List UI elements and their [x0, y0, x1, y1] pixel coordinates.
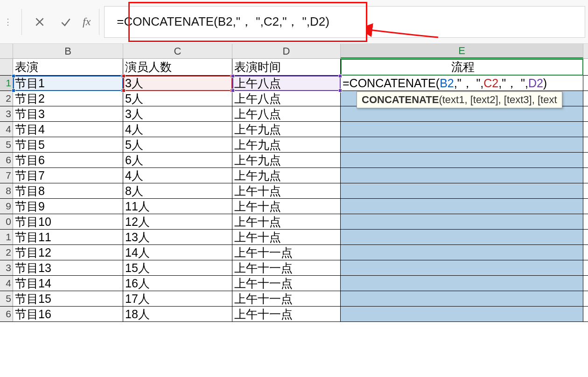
cell[interactable]: 上午九点 [232, 137, 341, 152]
formula-input[interactable]: =CONCATENATE(B2,"， ",C2,"， ",D2) [104, 6, 585, 38]
cell[interactable] [341, 260, 583, 275]
table-row: 3节目1315人上午十一点 [0, 260, 588, 276]
row-header[interactable] [0, 59, 13, 75]
cell[interactable]: 上午八点 [232, 76, 341, 91]
row-header[interactable]: 3 [0, 106, 13, 121]
cell[interactable]: 节目4 [13, 122, 123, 137]
cell[interactable] [341, 214, 583, 229]
cell[interactable]: 上午十一点 [232, 276, 341, 291]
cell[interactable]: 节目5 [13, 137, 123, 152]
cell[interactable] [341, 307, 583, 321]
cell[interactable] [341, 291, 583, 306]
cancel-button[interactable] [27, 9, 53, 35]
cell[interactable]: 上午十一点 [232, 260, 341, 275]
cell[interactable]: 上午十一点 [232, 245, 341, 260]
cell[interactable]: 节目6 [13, 153, 123, 168]
row-header[interactable]: 5 [0, 291, 13, 306]
formula-text: =CONCATENATE(B2,"， ",C2,"， ",D2) [117, 14, 329, 30]
cell[interactable]: 节目8 [13, 183, 123, 198]
corner-cell[interactable] [0, 44, 13, 58]
cell[interactable]: 上午八点 [232, 91, 341, 106]
cell[interactable]: 13人 [123, 230, 232, 244]
row-header[interactable]: 6 [0, 153, 13, 168]
row-header[interactable]: 9 [0, 199, 13, 214]
cell[interactable]: 18人 [123, 307, 232, 321]
cell[interactable]: 节目7 [13, 168, 123, 183]
row-header[interactable]: 2 [0, 245, 13, 260]
cell[interactable]: 上午九点 [232, 168, 341, 183]
cell[interactable]: 表演时间 [232, 59, 341, 75]
cell[interactable]: 节目2 [13, 91, 123, 106]
cell[interactable]: 上午十点 [232, 199, 341, 214]
row-header[interactable]: 1 [0, 76, 13, 91]
cell[interactable]: 上午九点 [232, 153, 341, 168]
cell[interactable] [341, 245, 583, 260]
cell[interactable]: 节目11 [13, 230, 123, 244]
row-header[interactable]: 7 [0, 168, 13, 183]
row-header[interactable]: 4 [0, 276, 13, 291]
active-cell[interactable]: =CONCATENATE(B2,"， ",C2,"， ",D2) [341, 76, 583, 91]
col-header-D[interactable]: D [232, 44, 341, 58]
cell[interactable]: 15人 [123, 260, 232, 275]
cell[interactable] [341, 276, 583, 291]
cell[interactable]: 节目1 [13, 76, 123, 91]
cell[interactable] [341, 106, 583, 121]
cell[interactable]: 节目3 [13, 106, 123, 121]
cell[interactable] [341, 230, 583, 244]
col-header-E[interactable]: E [341, 44, 583, 58]
table-row: 5节目1517人上午十一点 [0, 291, 588, 307]
table-row: 3节目33人上午八点 [0, 106, 588, 122]
cell[interactable]: 12人 [123, 214, 232, 229]
cell[interactable]: 流程 [341, 59, 583, 75]
cell[interactable]: 上午九点 [232, 122, 341, 137]
drag-handle-icon[interactable]: ⋮ [0, 15, 17, 28]
cell[interactable] [341, 199, 583, 214]
cell[interactable]: 上午十点 [232, 230, 341, 244]
cell[interactable]: 上午十点 [232, 183, 341, 198]
cell[interactable] [341, 122, 583, 137]
cell[interactable]: 4人 [123, 168, 232, 183]
cell[interactable]: 上午八点 [232, 106, 341, 121]
cell[interactable]: 节目13 [13, 260, 123, 275]
row-header[interactable]: 8 [0, 183, 13, 198]
cell[interactable]: 节目12 [13, 245, 123, 260]
confirm-button[interactable] [53, 9, 79, 35]
cell[interactable]: 3人 [123, 106, 232, 121]
col-header-B[interactable]: B [13, 44, 123, 58]
cell[interactable]: 8人 [123, 183, 232, 198]
cell[interactable]: 16人 [123, 276, 232, 291]
row-header[interactable]: 6 [0, 307, 13, 321]
cell[interactable]: 节目16 [13, 307, 123, 321]
cell[interactable]: 3人 [123, 76, 232, 91]
cell[interactable]: 11人 [123, 199, 232, 214]
fx-label[interactable]: fx [79, 15, 94, 28]
cell[interactable]: 节目15 [13, 291, 123, 306]
row-header[interactable]: 1 [0, 230, 13, 244]
cell[interactable]: 上午十点 [232, 214, 341, 229]
cell[interactable]: 14人 [123, 245, 232, 260]
row-header[interactable]: 0 [0, 214, 13, 229]
cell[interactable]: 4人 [123, 122, 232, 137]
cell[interactable] [341, 137, 583, 152]
cell[interactable] [341, 168, 583, 183]
row-header[interactable]: 3 [0, 260, 13, 275]
cell[interactable]: 演员人数 [123, 59, 232, 75]
cell[interactable]: 上午十一点 [232, 307, 341, 321]
cell[interactable]: 节目14 [13, 276, 123, 291]
cell[interactable]: 6人 [123, 153, 232, 168]
row-header[interactable]: 4 [0, 122, 13, 137]
col-header-C[interactable]: C [123, 44, 232, 58]
row-header[interactable]: 2 [0, 91, 13, 106]
cell[interactable]: 表演 [13, 59, 123, 75]
cell[interactable]: 节目9 [13, 199, 123, 214]
cell[interactable]: 节目10 [13, 214, 123, 229]
cell[interactable] [341, 153, 583, 168]
row-header[interactable]: 5 [0, 137, 13, 152]
cell[interactable] [341, 183, 583, 198]
cell[interactable]: 5人 [123, 137, 232, 152]
cell[interactable]: 5人 [123, 91, 232, 106]
cell[interactable]: 17人 [123, 291, 232, 306]
formula-bar: ⋮ fx =CONCATENATE(B2,"， ",C2,"， ",D2) [0, 0, 588, 44]
spreadsheet-grid[interactable]: 表演 演员人数 表演时间 流程 1节目13人上午八点=CONCATENATE(B… [0, 59, 588, 322]
cell[interactable]: 上午十一点 [232, 291, 341, 306]
